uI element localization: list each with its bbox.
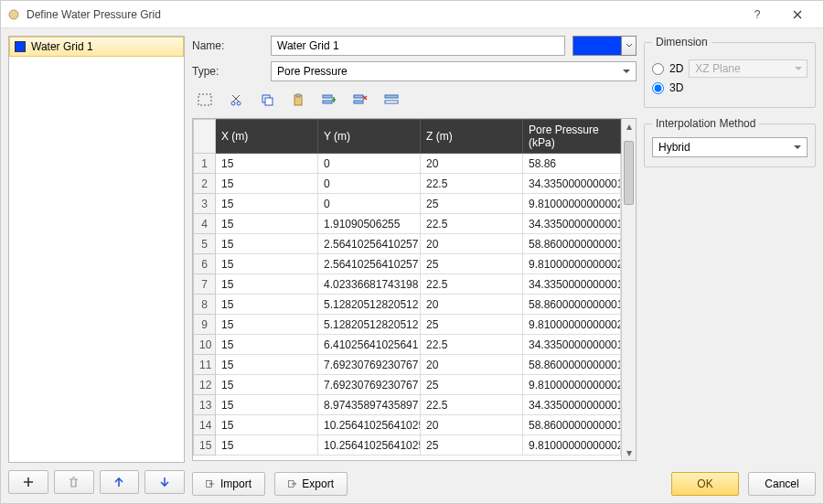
cell-p[interactable]: 9.81000000000002 [523,194,621,214]
cell-y[interactable]: 8.97435897435897 [318,395,421,415]
cell-p[interactable]: 9.81000000000002 [523,254,621,274]
select-region-icon[interactable] [196,91,214,109]
close-button[interactable] [777,2,818,27]
cell-x[interactable]: 15 [216,174,318,194]
type-select[interactable]: Pore Pressure [271,61,637,81]
insert-row-icon[interactable] [320,91,338,109]
row-header[interactable]: 3 [194,194,216,214]
cell-y[interactable]: 0 [318,174,421,194]
cell-x[interactable]: 15 [216,254,318,274]
cell-x[interactable]: 15 [216,315,318,335]
cell-z[interactable]: 25 [421,254,523,274]
cell-z[interactable]: 22.5 [421,274,523,295]
col-z[interactable]: Z (m) [421,120,523,154]
table-row[interactable]: 4151.9109050625522.534.3350000000001 [194,214,621,234]
data-grid[interactable]: X (m) Y (m) Z (m) Pore Pressure (kPa) 11… [192,118,637,461]
cell-y[interactable]: 5.12820512820512 [318,295,421,315]
row-header[interactable]: 2 [194,174,216,194]
cell-p[interactable]: 58.8600000000001 [523,415,621,435]
cell-x[interactable]: 15 [216,415,318,435]
cell-z[interactable]: 20 [421,415,523,435]
cell-x[interactable]: 15 [216,435,318,456]
cell-z[interactable]: 20 [421,295,523,315]
cell-x[interactable]: 15 [216,214,318,234]
ok-button[interactable]: OK [671,472,739,496]
delete-row-icon[interactable] [351,91,369,109]
cut-icon[interactable] [227,91,245,109]
color-button[interactable] [573,36,622,56]
table-row[interactable]: 9155.12820512820512259.81000000000002 [194,315,621,335]
cell-p[interactable]: 34.3350000000001 [523,174,621,194]
dim-3d-radio[interactable] [652,82,664,94]
cell-y[interactable]: 0 [318,194,421,214]
cell-z[interactable]: 22.5 [421,395,523,415]
help-button[interactable]: ? [737,2,777,27]
row-header[interactable]: 12 [194,375,216,395]
table-row[interactable]: 13158.9743589743589722.534.3350000000001 [194,395,621,415]
cell-p[interactable]: 34.3350000000001 [523,395,621,415]
row-header[interactable]: 13 [194,395,216,415]
scroll-up-icon[interactable]: ▴ [622,119,636,134]
cell-p[interactable]: 9.81000000000002 [523,315,621,335]
cell-y[interactable]: 2.56410256410257 [318,254,421,274]
table-row[interactable]: 141510.2564102564102572058.8600000000001 [194,415,621,435]
scroll-down-icon[interactable]: ▾ [622,445,636,460]
table-row[interactable]: 10156.4102564102564122.534.3350000000001 [194,335,621,355]
cell-z[interactable]: 25 [421,375,523,395]
cell-p[interactable]: 9.81000000000002 [523,375,621,395]
copy-icon[interactable] [258,91,276,109]
grid-list[interactable]: Water Grid 1 [8,36,185,463]
cell-x[interactable]: 15 [216,274,318,295]
cell-p[interactable]: 34.3350000000001 [523,214,621,234]
cell-x[interactable]: 15 [216,395,318,415]
cell-z[interactable]: 22.5 [421,214,523,234]
row-header[interactable]: 14 [194,415,216,435]
table-row[interactable]: 6152.56410256410257259.81000000000002 [194,254,621,274]
cell-x[interactable]: 15 [216,234,318,254]
clear-rows-icon[interactable] [382,91,401,109]
table-row[interactable]: 5152.564102564102572058.8600000000001 [194,234,621,254]
cell-y[interactable]: 4.02336681743198 [318,274,421,295]
cell-z[interactable]: 25 [421,194,523,214]
table-row[interactable]: 215022.534.3350000000001 [194,174,621,194]
cell-x[interactable]: 15 [216,355,318,375]
cell-z[interactable]: 20 [421,355,523,375]
row-header[interactable]: 1 [194,154,216,174]
cell-z[interactable]: 22.5 [421,174,523,194]
cell-z[interactable]: 22.5 [421,335,523,355]
cell-p[interactable]: 58.8600000000001 [523,295,621,315]
cell-y[interactable]: 0 [318,154,421,174]
cell-y[interactable]: 10.256410256410257 [318,415,421,435]
col-p[interactable]: Pore Pressure (kPa) [523,120,621,154]
row-header[interactable]: 5 [194,234,216,254]
table-row[interactable]: 8155.128205128205122058.8600000000001 [194,295,621,315]
export-button[interactable]: Export [274,472,348,496]
cell-x[interactable]: 15 [216,295,318,315]
row-header[interactable]: 9 [194,315,216,335]
row-header[interactable]: 10 [194,335,216,355]
delete-grid-button[interactable] [54,470,94,494]
row-header[interactable]: 15 [194,435,216,456]
cell-z[interactable]: 20 [421,154,523,174]
scroll-thumb[interactable] [624,141,634,205]
paste-icon[interactable] [289,91,307,109]
table-row[interactable]: 7154.0233668174319822.534.3350000000001 [194,274,621,295]
move-up-button[interactable] [100,470,140,494]
color-dropdown[interactable] [622,36,637,56]
dim-2d-radio[interactable] [652,63,664,75]
row-header[interactable]: 4 [194,214,216,234]
name-input[interactable] [271,36,565,56]
col-y[interactable]: Y (m) [318,120,421,154]
cell-y[interactable]: 5.12820512820512 [318,315,421,335]
cell-x[interactable]: 15 [216,154,318,174]
row-header[interactable]: 7 [194,274,216,295]
cell-p[interactable]: 34.3350000000001 [523,335,621,355]
cell-y[interactable]: 10.256410256410257 [318,435,421,456]
cell-x[interactable]: 15 [216,335,318,355]
table-row[interactable]: 11502058.86 [194,154,621,174]
cell-z[interactable]: 20 [421,234,523,254]
move-down-button[interactable] [144,470,185,494]
cell-y[interactable]: 7.69230769230767 [318,375,421,395]
cell-x[interactable]: 15 [216,194,318,214]
cell-p[interactable]: 58.86 [523,154,621,174]
